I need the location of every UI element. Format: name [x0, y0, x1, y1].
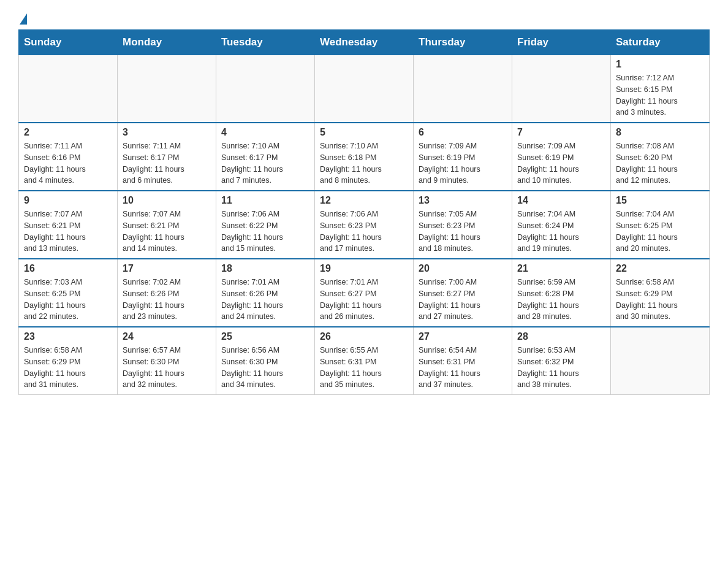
- calendar-week-3: 9Sunrise: 7:07 AMSunset: 6:21 PMDaylight…: [19, 191, 710, 259]
- calendar-cell: 5Sunrise: 7:10 AMSunset: 6:18 PMDaylight…: [315, 123, 414, 191]
- calendar-cell: 17Sunrise: 7:02 AMSunset: 6:26 PMDayligh…: [118, 259, 216, 327]
- day-info: Sunrise: 7:07 AMSunset: 6:21 PMDaylight:…: [123, 209, 211, 255]
- day-number: 23: [24, 331, 112, 342]
- calendar-cell: [512, 55, 611, 123]
- day-number: 1: [616, 59, 704, 70]
- day-info: Sunrise: 7:07 AMSunset: 6:21 PMDaylight:…: [24, 209, 112, 255]
- calendar-week-2: 2Sunrise: 7:11 AMSunset: 6:16 PMDaylight…: [19, 123, 710, 191]
- calendar-cell: 10Sunrise: 7:07 AMSunset: 6:21 PMDayligh…: [118, 191, 216, 259]
- day-info: Sunrise: 7:09 AMSunset: 6:19 PMDaylight:…: [517, 140, 605, 186]
- calendar-cell: [315, 55, 414, 123]
- day-number: 3: [123, 127, 211, 138]
- weekday-header-friday: Friday: [512, 30, 611, 55]
- calendar-cell: 18Sunrise: 7:01 AMSunset: 6:26 PMDayligh…: [216, 259, 315, 327]
- day-number: 22: [616, 263, 704, 274]
- day-info: Sunrise: 7:01 AMSunset: 6:26 PMDaylight:…: [221, 277, 309, 323]
- day-info: Sunrise: 6:58 AMSunset: 6:29 PMDaylight:…: [616, 277, 704, 323]
- calendar-cell: [216, 55, 315, 123]
- day-number: 10: [123, 195, 211, 206]
- day-number: 20: [419, 263, 507, 274]
- calendar-cell: 27Sunrise: 6:54 AMSunset: 6:31 PMDayligh…: [414, 327, 512, 395]
- day-number: 25: [221, 331, 309, 342]
- calendar-table: SundayMondayTuesdayWednesdayThursdayFrid…: [18, 29, 710, 395]
- calendar-cell: 2Sunrise: 7:11 AMSunset: 6:16 PMDaylight…: [19, 123, 118, 191]
- day-number: 19: [320, 263, 408, 274]
- calendar-week-5: 23Sunrise: 6:58 AMSunset: 6:29 PMDayligh…: [19, 327, 710, 395]
- day-info: Sunrise: 6:59 AMSunset: 6:28 PMDaylight:…: [517, 277, 605, 323]
- day-info: Sunrise: 7:08 AMSunset: 6:20 PMDaylight:…: [616, 140, 704, 186]
- day-info: Sunrise: 6:57 AMSunset: 6:30 PMDaylight:…: [123, 345, 211, 391]
- weekday-header-sunday: Sunday: [19, 30, 118, 55]
- day-info: Sunrise: 7:01 AMSunset: 6:27 PMDaylight:…: [320, 277, 408, 323]
- day-info: Sunrise: 7:00 AMSunset: 6:27 PMDaylight:…: [419, 277, 507, 323]
- day-info: Sunrise: 6:55 AMSunset: 6:31 PMDaylight:…: [320, 345, 408, 391]
- day-info: Sunrise: 6:53 AMSunset: 6:32 PMDaylight:…: [517, 345, 605, 391]
- calendar-cell: 3Sunrise: 7:11 AMSunset: 6:17 PMDaylight…: [118, 123, 216, 191]
- day-info: Sunrise: 7:10 AMSunset: 6:18 PMDaylight:…: [320, 140, 408, 186]
- calendar-cell: 26Sunrise: 6:55 AMSunset: 6:31 PMDayligh…: [315, 327, 414, 395]
- day-info: Sunrise: 7:12 AMSunset: 6:15 PMDaylight:…: [616, 72, 704, 118]
- day-info: Sunrise: 7:04 AMSunset: 6:25 PMDaylight:…: [616, 209, 704, 255]
- day-number: 4: [221, 127, 309, 138]
- day-info: Sunrise: 7:02 AMSunset: 6:26 PMDaylight:…: [123, 277, 211, 323]
- calendar-cell: [118, 55, 216, 123]
- weekday-header-saturday: Saturday: [611, 30, 710, 55]
- calendar-cell: [19, 55, 118, 123]
- day-number: 18: [221, 263, 309, 274]
- calendar-cell: 15Sunrise: 7:04 AMSunset: 6:25 PMDayligh…: [611, 191, 710, 259]
- day-info: Sunrise: 6:56 AMSunset: 6:30 PMDaylight:…: [221, 345, 309, 391]
- day-number: 28: [517, 331, 605, 342]
- day-number: 27: [419, 331, 507, 342]
- day-number: 8: [616, 127, 704, 138]
- calendar-cell: 14Sunrise: 7:04 AMSunset: 6:24 PMDayligh…: [512, 191, 611, 259]
- calendar-cell: 1Sunrise: 7:12 AMSunset: 6:15 PMDaylight…: [611, 55, 710, 123]
- day-info: Sunrise: 7:11 AMSunset: 6:17 PMDaylight:…: [123, 140, 211, 186]
- calendar-week-4: 16Sunrise: 7:03 AMSunset: 6:25 PMDayligh…: [19, 259, 710, 327]
- day-number: 16: [24, 263, 112, 274]
- logo-triangle-icon: [20, 13, 27, 25]
- calendar-cell: 12Sunrise: 7:06 AMSunset: 6:23 PMDayligh…: [315, 191, 414, 259]
- day-info: Sunrise: 7:04 AMSunset: 6:24 PMDaylight:…: [517, 209, 605, 255]
- day-number: 13: [419, 195, 507, 206]
- day-number: 21: [517, 263, 605, 274]
- day-number: 15: [616, 195, 704, 206]
- calendar-cell: 11Sunrise: 7:06 AMSunset: 6:22 PMDayligh…: [216, 191, 315, 259]
- day-info: Sunrise: 7:05 AMSunset: 6:23 PMDaylight:…: [419, 209, 507, 255]
- day-number: 12: [320, 195, 408, 206]
- day-info: Sunrise: 7:09 AMSunset: 6:19 PMDaylight:…: [419, 140, 507, 186]
- calendar-cell: 22Sunrise: 6:58 AMSunset: 6:29 PMDayligh…: [611, 259, 710, 327]
- weekday-header-tuesday: Tuesday: [216, 30, 315, 55]
- calendar-cell: 4Sunrise: 7:10 AMSunset: 6:17 PMDaylight…: [216, 123, 315, 191]
- day-number: 9: [24, 195, 112, 206]
- logo: [18, 12, 27, 23]
- day-number: 26: [320, 331, 408, 342]
- calendar-cell: 20Sunrise: 7:00 AMSunset: 6:27 PMDayligh…: [414, 259, 512, 327]
- calendar-cell: 21Sunrise: 6:59 AMSunset: 6:28 PMDayligh…: [512, 259, 611, 327]
- calendar-cell: 9Sunrise: 7:07 AMSunset: 6:21 PMDaylight…: [19, 191, 118, 259]
- day-number: 7: [517, 127, 605, 138]
- page-header: [18, 12, 710, 23]
- calendar-cell: 7Sunrise: 7:09 AMSunset: 6:19 PMDaylight…: [512, 123, 611, 191]
- day-number: 6: [419, 127, 507, 138]
- day-info: Sunrise: 7:06 AMSunset: 6:23 PMDaylight:…: [320, 209, 408, 255]
- day-number: 11: [221, 195, 309, 206]
- calendar-cell: 24Sunrise: 6:57 AMSunset: 6:30 PMDayligh…: [118, 327, 216, 395]
- calendar-cell: 28Sunrise: 6:53 AMSunset: 6:32 PMDayligh…: [512, 327, 611, 395]
- day-info: Sunrise: 6:54 AMSunset: 6:31 PMDaylight:…: [419, 345, 507, 391]
- calendar-cell: 6Sunrise: 7:09 AMSunset: 6:19 PMDaylight…: [414, 123, 512, 191]
- day-info: Sunrise: 7:11 AMSunset: 6:16 PMDaylight:…: [24, 140, 112, 186]
- day-number: 17: [123, 263, 211, 274]
- calendar-cell: 25Sunrise: 6:56 AMSunset: 6:30 PMDayligh…: [216, 327, 315, 395]
- day-info: Sunrise: 7:06 AMSunset: 6:22 PMDaylight:…: [221, 209, 309, 255]
- day-number: 24: [123, 331, 211, 342]
- day-info: Sunrise: 7:10 AMSunset: 6:17 PMDaylight:…: [221, 140, 309, 186]
- day-number: 14: [517, 195, 605, 206]
- day-number: 5: [320, 127, 408, 138]
- day-info: Sunrise: 6:58 AMSunset: 6:29 PMDaylight:…: [24, 345, 112, 391]
- calendar-cell: [611, 327, 710, 395]
- calendar-header-row: SundayMondayTuesdayWednesdayThursdayFrid…: [19, 30, 710, 55]
- weekday-header-monday: Monday: [118, 30, 216, 55]
- calendar-cell: 13Sunrise: 7:05 AMSunset: 6:23 PMDayligh…: [414, 191, 512, 259]
- weekday-header-thursday: Thursday: [414, 30, 512, 55]
- calendar-cell: 16Sunrise: 7:03 AMSunset: 6:25 PMDayligh…: [19, 259, 118, 327]
